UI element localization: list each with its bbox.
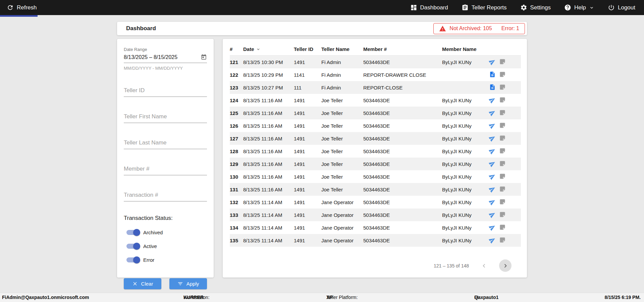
report-document-icon[interactable] bbox=[489, 84, 496, 90]
cell-date: 8/13/25 11:16 AM bbox=[243, 174, 294, 180]
cell-date: 8/13/25 11:16 AM bbox=[243, 161, 294, 167]
table-header-row: # Date Teller ID Teller Name Member # Me… bbox=[230, 43, 521, 56]
note-icon[interactable] bbox=[499, 71, 506, 78]
nav-label: Help bbox=[574, 4, 586, 11]
table-row[interactable]: 132 8/13/25 11:14 AM 1491 Jane Operator … bbox=[230, 196, 521, 208]
archived-toggle[interactable] bbox=[126, 230, 139, 235]
table-row[interactable]: 129 8/13/25 11:16 AM 1491 Joe Teller 503… bbox=[230, 158, 521, 170]
dashboard-icon bbox=[410, 4, 417, 11]
cell-date: 8/13/25 11:16 AM bbox=[243, 148, 294, 154]
calendar-icon[interactable] bbox=[201, 54, 207, 60]
note-icon[interactable] bbox=[499, 224, 506, 231]
clear-button[interactable]: Clear bbox=[124, 278, 161, 289]
column-number[interactable]: # bbox=[230, 46, 243, 52]
send-transaction-icon[interactable] bbox=[489, 173, 496, 180]
column-member-number[interactable]: Member # bbox=[363, 46, 442, 52]
note-icon[interactable] bbox=[499, 122, 506, 129]
table-row[interactable]: 121 8/13/25 10:30 PM 1491 Fi Admin 50344… bbox=[230, 56, 521, 68]
column-member-name[interactable]: Member Name bbox=[442, 46, 489, 52]
transaction-number-input[interactable] bbox=[124, 190, 207, 201]
note-icon[interactable] bbox=[499, 198, 506, 205]
cell-member-number: REPORT-CLOSE bbox=[363, 85, 442, 90]
cell-date: 8/13/25 11:16 AM bbox=[243, 98, 294, 103]
nav-logout[interactable]: Logout bbox=[608, 4, 635, 11]
send-transaction-icon[interactable] bbox=[489, 122, 496, 129]
cell-member-name: ByLyJI KUNy bbox=[442, 225, 489, 231]
send-transaction-icon[interactable] bbox=[489, 224, 496, 231]
column-date[interactable]: Date bbox=[243, 46, 294, 52]
cell-number: 123 bbox=[230, 85, 243, 90]
table-row[interactable]: 133 8/13/25 11:14 AM 1491 Jane Operator … bbox=[230, 208, 521, 221]
table-row[interactable]: 123 8/13/25 10:27 PM 111 Fi Admin REPORT… bbox=[230, 81, 521, 94]
reports-icon bbox=[462, 4, 469, 11]
send-transaction-icon[interactable] bbox=[489, 147, 496, 154]
nav-teller-reports[interactable]: Teller Reports bbox=[462, 4, 507, 11]
cell-teller-name: Fi Admin bbox=[321, 59, 363, 65]
nav-help[interactable]: Help bbox=[564, 4, 594, 11]
teller-id-input[interactable] bbox=[124, 85, 207, 97]
cell-teller-name: Joe Teller bbox=[321, 174, 363, 180]
note-icon[interactable] bbox=[499, 186, 506, 192]
member-number-input[interactable] bbox=[124, 164, 207, 175]
send-transaction-icon[interactable] bbox=[489, 186, 496, 192]
error-count: Error: 1 bbox=[501, 25, 519, 32]
table-row[interactable]: 122 8/13/25 10:29 PM 1141 Fi Admin REPOR… bbox=[230, 68, 521, 81]
cell-date: 8/13/25 10:29 PM bbox=[243, 72, 294, 78]
teller-first-name-input[interactable] bbox=[124, 112, 207, 123]
note-icon[interactable] bbox=[499, 58, 506, 65]
send-transaction-icon[interactable] bbox=[489, 211, 496, 218]
note-icon[interactable] bbox=[499, 160, 506, 167]
apply-label: Apply bbox=[186, 281, 199, 287]
cell-number: 128 bbox=[230, 148, 243, 154]
report-document-icon[interactable] bbox=[489, 71, 496, 78]
table-row[interactable]: 135 8/13/25 11:14 AM 1491 Jane Operator … bbox=[230, 234, 521, 247]
send-transaction-icon[interactable] bbox=[489, 109, 496, 116]
cell-member-name: ByLyJI KUNy bbox=[442, 212, 489, 218]
send-transaction-icon[interactable] bbox=[489, 198, 496, 205]
table-row[interactable]: 130 8/13/25 11:16 AM 1491 Joe Teller 503… bbox=[230, 170, 521, 183]
send-transaction-icon[interactable] bbox=[489, 58, 496, 65]
note-icon[interactable] bbox=[499, 173, 506, 180]
note-icon[interactable] bbox=[499, 97, 506, 103]
send-transaction-icon[interactable] bbox=[489, 237, 496, 243]
table-row[interactable]: 124 8/13/25 11:16 AM 1491 Joe Teller 503… bbox=[230, 94, 521, 107]
gear-icon bbox=[520, 4, 527, 11]
previous-page-button[interactable] bbox=[480, 262, 488, 269]
column-teller-name[interactable]: Teller Name bbox=[321, 46, 363, 52]
note-icon[interactable] bbox=[499, 84, 506, 90]
nav-dashboard[interactable]: Dashboard bbox=[410, 4, 448, 11]
date-range-field[interactable] bbox=[124, 53, 207, 63]
cell-date: 8/13/25 10:30 PM bbox=[243, 59, 294, 65]
fi-value: Qaxpauto1 bbox=[474, 293, 498, 302]
archive-alert-badge[interactable]: Not Archived: 105 Error: 1 bbox=[433, 23, 525, 34]
table-row[interactable]: 125 8/13/25 11:16 AM 1491 Joe Teller 503… bbox=[230, 107, 521, 119]
teller-last-name-input[interactable] bbox=[124, 138, 207, 149]
cell-teller-id: 1141 bbox=[294, 72, 321, 78]
next-page-button[interactable] bbox=[499, 259, 512, 272]
table-row[interactable]: 126 8/13/25 11:16 AM 1491 Joe Teller 503… bbox=[230, 119, 521, 132]
cell-member-number: 5034463DE bbox=[363, 110, 442, 116]
column-teller-id[interactable]: Teller ID bbox=[294, 46, 321, 52]
table-row[interactable]: 134 8/13/25 11:14 AM 1491 Jane Operator … bbox=[230, 221, 521, 234]
note-icon[interactable] bbox=[499, 147, 506, 154]
note-icon[interactable] bbox=[499, 135, 506, 141]
cell-teller-name: Fi Admin bbox=[321, 85, 363, 90]
refresh-button[interactable]: Refresh bbox=[7, 4, 37, 11]
pagination-range: 121 – 135 of 148 bbox=[434, 263, 469, 268]
active-toggle[interactable] bbox=[126, 244, 139, 249]
note-icon[interactable] bbox=[499, 211, 506, 218]
error-toggle[interactable] bbox=[126, 257, 139, 262]
table-row[interactable]: 127 8/13/25 11:16 AM 1491 Joe Teller 503… bbox=[230, 132, 521, 145]
send-transaction-icon[interactable] bbox=[489, 135, 496, 141]
nav-settings[interactable]: Settings bbox=[520, 4, 551, 11]
apply-button[interactable]: Apply bbox=[169, 278, 207, 289]
date-range-input[interactable] bbox=[124, 54, 194, 60]
send-transaction-icon[interactable] bbox=[489, 97, 496, 103]
note-icon[interactable] bbox=[499, 237, 506, 243]
send-transaction-icon[interactable] bbox=[489, 160, 496, 167]
footer-user: FiAdmin@Qaxpauto1.onmicrosoft.com bbox=[2, 293, 89, 302]
topbar: Refresh Dashboard Teller Reports Setting… bbox=[0, 0, 644, 15]
table-row[interactable]: 128 8/13/25 11:16 AM 1491 Joe Teller 503… bbox=[230, 145, 521, 158]
table-row[interactable]: 131 8/13/25 11:16 AM 1491 Joe Teller 503… bbox=[230, 183, 521, 196]
note-icon[interactable] bbox=[499, 109, 506, 116]
